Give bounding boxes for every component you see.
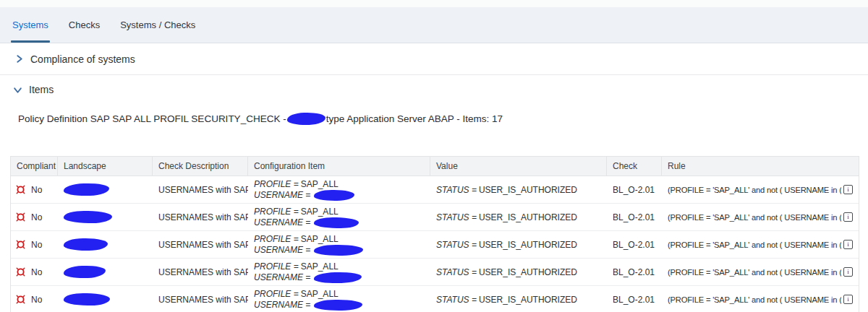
rule-cell: (PROFILE = 'SAP_ALL' and not ( USERNAME … <box>662 286 859 312</box>
tab-checks[interactable]: Checks <box>69 7 100 43</box>
information-icon[interactable]: i <box>843 267 853 277</box>
column-header-check-description[interactable]: Check Description <box>153 157 248 176</box>
column-header-check[interactable]: Check <box>607 157 662 176</box>
table-row[interactable]: No USERNAMES with SAP_… PROFILE = SAP_AL… <box>11 176 859 204</box>
redaction-blob <box>314 245 363 256</box>
compliant-value: No <box>31 185 42 195</box>
profile-label: PROFILE = <box>254 261 299 272</box>
redaction-blob <box>64 238 108 251</box>
section-header-items[interactable]: Items <box>0 75 868 104</box>
check-cell: BL_O-2.01 <box>607 231 662 258</box>
profile-label: PROFILE = <box>254 179 299 190</box>
check-cell: BL_O-2.01 <box>607 259 662 285</box>
username-label: USERNAME = <box>254 217 310 228</box>
check-description-cell: USERNAMES with SAP_… <box>153 231 248 258</box>
status-error-icon <box>15 266 26 277</box>
profile-value: SAP_ALL <box>301 207 339 217</box>
table-body: No USERNAMES with SAP_… PROFILE = SAP_AL… <box>11 176 859 312</box>
chevron-down-icon[interactable] <box>12 84 22 95</box>
compliant-cell: No <box>11 176 58 203</box>
redaction-blob <box>64 183 109 196</box>
landscape-cell <box>58 204 153 230</box>
rule-cell: (PROFILE = 'SAP_ALL' and not ( USERNAME … <box>662 204 859 230</box>
username-label: USERNAME = <box>254 272 310 283</box>
configuration-item-cell: PROFILE = SAP_ALL USERNAME = <box>248 204 430 230</box>
status-error-icon <box>15 184 26 195</box>
profile-label: PROFILE = <box>254 289 299 300</box>
table-row[interactable]: No USERNAMES with SAP_… PROFILE = SAP_AL… <box>11 204 859 231</box>
check-description-cell: USERNAMES with SAP_… <box>153 204 248 230</box>
table-row[interactable]: No USERNAMES with SAP_… PROFILE = SAP_AL… <box>11 231 859 259</box>
profile-value: SAP_ALL <box>301 289 339 300</box>
policy-text-suffix: type Application Server ABAP - Items: 17 <box>326 113 503 124</box>
status-error-icon <box>15 212 26 222</box>
information-icon[interactable]: i <box>843 185 853 194</box>
information-icon[interactable]: i <box>843 240 853 249</box>
column-header-compliant[interactable]: Compliant <box>11 157 58 176</box>
column-header-rule[interactable]: Rule <box>662 157 859 176</box>
compliant-cell: No <box>11 231 58 258</box>
value-cell: STATUS = USER_IS_AUTHORIZED <box>430 176 607 203</box>
check-description-cell: USERNAMES with SAP_… <box>153 176 248 203</box>
landscape-cell <box>58 286 153 312</box>
items-table: Compliant Landscape Check Description Co… <box>10 156 859 312</box>
table-row[interactable]: No USERNAMES with SAP_… PROFILE = SAP_AL… <box>11 259 859 286</box>
check-description-cell: USERNAMES with SAP_… <box>153 286 248 312</box>
compliant-value: No <box>31 212 42 222</box>
section-label: Compliance of systems <box>30 53 135 65</box>
username-label: USERNAME = <box>254 190 310 201</box>
compliant-cell: No <box>11 204 58 230</box>
check-cell: BL_O-2.01 <box>607 286 662 312</box>
redaction-blob <box>64 292 110 306</box>
configuration-item-cell: PROFILE = SAP_ALL USERNAME = <box>248 231 430 258</box>
value-cell: STATUS = USER_IS_AUTHORIZED <box>430 286 607 312</box>
check-cell: BL_O-2.01 <box>607 204 662 230</box>
rule-text: (PROFILE = 'SAP_ALL' and not ( USERNAME … <box>668 213 841 222</box>
check-cell: BL_O-2.01 <box>607 176 662 203</box>
column-header-landscape[interactable]: Landscape <box>58 157 153 176</box>
redaction-blob <box>314 190 354 201</box>
configuration-item-cell: PROFILE = SAP_ALL USERNAME = <box>248 259 430 285</box>
table-row[interactable]: No USERNAMES with SAP_… PROFILE = SAP_AL… <box>11 286 859 312</box>
configuration-item-cell: PROFILE = SAP_ALL USERNAME = <box>248 176 430 203</box>
policy-summary: Policy Definition SAP SAP ALL PROFIL SEC… <box>18 111 868 126</box>
status-value: USER_IS_AUTHORIZED <box>479 240 577 250</box>
profile-value: SAP_ALL <box>301 261 339 272</box>
tab-bar: Systems Checks Systems / Checks <box>0 7 868 43</box>
information-icon[interactable]: i <box>843 295 853 304</box>
rule-text: (PROFILE = 'SAP_ALL' and not ( USERNAME … <box>668 186 841 194</box>
profile-label: PROFILE = <box>254 234 299 245</box>
redaction-blob <box>64 210 112 223</box>
information-icon[interactable]: i <box>843 212 853 222</box>
rule-cell: (PROFILE = 'SAP_ALL' and not ( USERNAME … <box>662 259 859 285</box>
profile-value: SAP_ALL <box>301 179 339 190</box>
rule-cell: (PROFILE = 'SAP_ALL' and not ( USERNAME … <box>662 231 859 258</box>
status-value: USER_IS_AUTHORIZED <box>479 267 577 277</box>
rule-text: (PROFILE = 'SAP_ALL' and not ( USERNAME … <box>668 240 841 249</box>
tab-systems-checks[interactable]: Systems / Checks <box>120 7 195 43</box>
landscape-cell <box>58 259 153 285</box>
column-header-configuration-item[interactable]: Configuration Item <box>248 157 430 176</box>
window-top-strip <box>0 0 868 7</box>
status-error-icon <box>15 239 26 250</box>
status-label: STATUS = <box>436 295 477 305</box>
section-header-compliance-of-systems[interactable]: Compliance of systems <box>0 43 868 74</box>
value-cell: STATUS = USER_IS_AUTHORIZED <box>430 204 607 230</box>
rule-cell: (PROFILE = 'SAP_ALL' and not ( USERNAME … <box>662 176 859 203</box>
configuration-item-cell: PROFILE = SAP_ALL USERNAME = <box>248 286 430 312</box>
tab-systems[interactable]: Systems <box>12 7 48 43</box>
status-label: STATUS = <box>436 185 477 195</box>
status-label: STATUS = <box>436 240 477 250</box>
profile-value: SAP_ALL <box>301 234 339 245</box>
landscape-cell <box>58 176 153 203</box>
chevron-right-icon[interactable] <box>14 54 24 64</box>
compliant-cell: No <box>11 259 58 285</box>
column-header-value[interactable]: Value <box>430 157 607 176</box>
status-value: USER_IS_AUTHORIZED <box>479 185 577 195</box>
status-label: STATUS = <box>436 212 477 222</box>
compliant-value: No <box>31 295 42 305</box>
profile-label: PROFILE = <box>254 207 299 217</box>
redaction-blob <box>314 272 362 283</box>
check-description-cell: USERNAMES with SAP_… <box>153 259 248 285</box>
redaction-blob <box>286 112 325 125</box>
